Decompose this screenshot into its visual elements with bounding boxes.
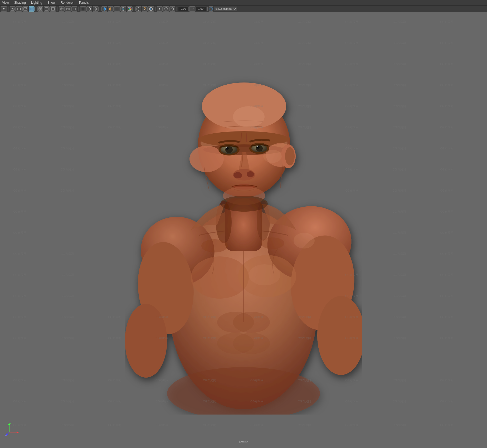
svg-rect-15: [39, 9, 40, 10]
menu-lighting[interactable]: Lighting: [30, 0, 43, 5]
svg-rect-12: [31, 8, 33, 10]
toolbar-shading-btn[interactable]: [71, 6, 77, 12]
toolbar-single-btn[interactable]: [44, 6, 50, 12]
separator-2: [36, 7, 36, 11]
toolbar-soft-btn[interactable]: [108, 6, 114, 12]
svg-rect-62: [144, 9, 145, 10]
toolbar-cursor-btn[interactable]: [157, 6, 163, 12]
svg-point-105: [257, 146, 258, 147]
menu-show[interactable]: Show: [46, 0, 56, 5]
toolbar-marquee-btn[interactable]: [163, 6, 169, 12]
svg-point-116: [294, 233, 315, 249]
character-container: [0, 12, 487, 448]
toolbar-camera-btn[interactable]: [10, 6, 16, 12]
toolbar-image-btn[interactable]: [22, 6, 28, 12]
svg-rect-53: [130, 8, 131, 9]
persp-label: persp: [239, 439, 248, 443]
svg-marker-35: [84, 8, 85, 9]
separator-3: [57, 7, 57, 11]
separator-5: [100, 7, 100, 11]
svg-point-50: [123, 9, 124, 9]
separator-6: [134, 7, 134, 11]
menu-renderer[interactable]: Renderer: [60, 0, 75, 5]
svg-marker-0: [3, 8, 5, 10]
svg-rect-16: [41, 9, 42, 10]
svg-rect-13: [39, 8, 40, 9]
toolbar-camera2-btn[interactable]: [16, 6, 22, 12]
svg-point-10: [26, 8, 27, 9]
svg-rect-4: [17, 8, 20, 10]
separator-8: [177, 7, 177, 11]
svg-rect-14: [41, 8, 42, 9]
svg-point-76: [125, 304, 167, 378]
svg-marker-32: [82, 7, 84, 8]
toolbar-reset1-btn[interactable]: [189, 6, 195, 12]
svg-point-95: [285, 147, 295, 165]
svg-marker-5: [20, 8, 21, 10]
toolbar-rotate-btn[interactable]: [86, 6, 92, 12]
svg-point-83: [233, 333, 270, 354]
svg-point-44: [104, 8, 105, 9]
svg-rect-29: [74, 8, 74, 10]
y-axis-label: Y: [10, 422, 11, 424]
svg-point-69: [210, 8, 212, 10]
svg-marker-3: [12, 8, 13, 8]
svg-rect-63: [144, 10, 145, 10]
svg-point-56: [144, 8, 145, 9]
separator-9: [207, 7, 208, 11]
separator-4: [79, 7, 79, 11]
separator-1: [8, 7, 8, 11]
toolbar-snap-btn[interactable]: [101, 6, 107, 12]
svg-point-46: [110, 8, 111, 9]
toolbar-falloff-btn[interactable]: [120, 6, 126, 12]
toolbar-light-btn[interactable]: [142, 6, 148, 12]
toolbar-colorprofile-btn[interactable]: [209, 6, 213, 12]
toolbar-paint-btn[interactable]: [127, 6, 133, 12]
svg-marker-65: [150, 8, 152, 10]
svg-point-100: [226, 147, 227, 148]
toolbar-sym-btn[interactable]: [114, 6, 120, 12]
toolbar-persp-btn[interactable]: [59, 6, 65, 12]
svg-rect-17: [45, 8, 48, 10]
toolbar-value2-input[interactable]: 1.00: [196, 7, 206, 11]
svg-rect-55: [130, 9, 131, 10]
svg-line-61: [144, 8, 144, 8]
svg-point-112: [261, 237, 284, 249]
svg-rect-67: [165, 8, 167, 10]
toolbar-value1-input[interactable]: 0.00: [178, 7, 189, 11]
menu-panels[interactable]: Panels: [78, 0, 90, 5]
toolbar-isolate-btn[interactable]: [135, 6, 141, 12]
toolbar-select-btn[interactable]: [1, 6, 7, 12]
svg-marker-66: [159, 7, 161, 11]
svg-point-107: [233, 172, 242, 178]
toolbar-colorspace-select[interactable]: sRGB gamma: [214, 7, 237, 11]
svg-point-115: [263, 150, 282, 163]
toolbar-render-btn[interactable]: [148, 6, 154, 12]
toolbar-move-btn[interactable]: [80, 6, 86, 12]
toolbar-scale-btn[interactable]: [93, 6, 99, 12]
separator-7: [155, 7, 155, 11]
toolbar: 0.00 1.00 sRGB gamma: [0, 5, 487, 12]
menu-shading[interactable]: Shading: [13, 0, 27, 5]
svg-rect-52: [129, 8, 130, 9]
svg-point-104: [256, 146, 260, 149]
svg-point-2: [12, 8, 13, 10]
axis-indicator: Y X Z: [5, 422, 18, 435]
svg-rect-38: [95, 8, 96, 10]
menu-view[interactable]: View: [1, 0, 10, 5]
svg-point-108: [247, 171, 254, 177]
toolbar-grid-btn[interactable]: [37, 6, 43, 12]
svg-marker-33: [82, 10, 84, 11]
z-axis-label: Z: [5, 434, 7, 436]
toolbar-lasso-btn[interactable]: [169, 6, 175, 12]
svg-point-117: [249, 264, 280, 285]
viewport: CG布局网 CG布局网 CG布局网 CG布局网 CG布局网 CG布局网 CG布局…: [0, 12, 487, 448]
x-axis-label: X: [18, 431, 19, 434]
svg-line-58: [145, 8, 146, 8]
toolbar-viewport-btn[interactable]: [29, 6, 35, 12]
toolbar-ortho-btn[interactable]: [65, 6, 71, 12]
svg-point-110: [220, 196, 268, 212]
character-svg: [125, 46, 362, 415]
svg-rect-54: [129, 9, 130, 10]
toolbar-split-btn[interactable]: [50, 6, 56, 12]
